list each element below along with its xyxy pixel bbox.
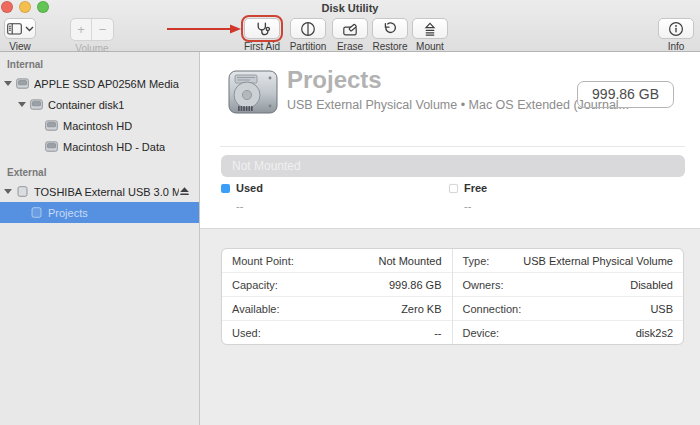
- detail-label: Connection:: [463, 303, 522, 315]
- toolbar: View + − Volume: [0, 16, 700, 51]
- detail-row-owners: Owners: Disabled: [453, 273, 684, 297]
- partition-label: Partition: [290, 41, 327, 52]
- internal-disk-icon: [16, 78, 29, 89]
- detail-label: Device:: [463, 327, 500, 339]
- internal-disk-icon: [45, 120, 58, 131]
- details-right-column: Type: USB External Physical Volume Owner…: [453, 249, 684, 344]
- detail-row-available: Available: Zero KB: [222, 297, 452, 321]
- legend-free: Free --: [449, 182, 677, 212]
- eject-icon[interactable]: [179, 186, 190, 197]
- free-swatch-icon: [449, 184, 458, 193]
- details-card: Mount Point: Not Mounted Capacity: 999.8…: [221, 248, 684, 345]
- stethoscope-icon: [254, 21, 270, 37]
- free-label: Free: [464, 182, 487, 194]
- detail-value: USB External Physical Volume: [523, 255, 673, 267]
- first-aid-label: First Aid: [244, 41, 280, 52]
- detail-label: Capacity:: [232, 279, 278, 291]
- details-left-column: Mount Point: Not Mounted Capacity: 999.8…: [222, 249, 453, 344]
- free-value: --: [464, 200, 677, 212]
- sidebar-section-internal: Internal: [0, 57, 199, 73]
- chevron-down-icon: [25, 26, 34, 32]
- partition-pie-icon: [300, 21, 316, 37]
- restore-arrow-icon: [382, 21, 398, 37]
- volume-overview-panel: Projects USB External Physical Volume • …: [200, 52, 700, 229]
- sidebar-item-container-disk1[interactable]: Container disk1: [0, 94, 199, 115]
- restore-button[interactable]: Restore: [370, 18, 410, 52]
- erase-pencil-icon: [342, 21, 358, 37]
- view-button[interactable]: View: [4, 18, 36, 52]
- detail-row-connection: Connection: USB: [453, 297, 684, 321]
- detail-row-type: Type: USB External Physical Volume: [453, 249, 684, 273]
- titlebar: Disk Utility: [0, 0, 700, 16]
- sidebar-item-apple-ssd[interactable]: APPLE SSD AP0256M Media: [0, 73, 199, 94]
- sidebar-item-macintosh-hd[interactable]: Macintosh HD: [0, 115, 199, 136]
- traffic-lights: [1, 1, 49, 13]
- mount-button[interactable]: Mount: [412, 18, 448, 52]
- capacity-bar-not-mounted: Not Mounted: [221, 155, 685, 177]
- close-button[interactable]: [1, 1, 13, 13]
- used-label: Used: [236, 182, 263, 194]
- zoom-button[interactable]: [37, 1, 49, 13]
- sidebar-item-label: APPLE SSD AP0256M Media: [34, 78, 179, 90]
- disclosure-triangle-icon[interactable]: [18, 102, 26, 107]
- detail-value: Not Mounted: [379, 255, 442, 267]
- sidebar-item-label: Macintosh HD: [63, 120, 132, 132]
- detail-row-device: Device: disk2s2: [453, 321, 684, 344]
- main-content: Projects USB External Physical Volume • …: [200, 52, 700, 425]
- hard-drive-icon: [226, 65, 280, 119]
- detail-value: USB: [650, 303, 673, 315]
- sidebar-item-label: TOSHIBA External USB 3.0 M...: [34, 186, 179, 198]
- restore-label: Restore: [372, 41, 407, 52]
- detail-label: Type:: [463, 255, 490, 267]
- detail-label: Owners:: [463, 279, 504, 291]
- detail-value: disk2s2: [636, 327, 673, 339]
- window-chrome: Disk Utility View: [0, 0, 700, 52]
- mount-eject-icon: [422, 21, 438, 37]
- detail-row-used: Used: --: [222, 321, 452, 344]
- detail-label: Available:: [232, 303, 280, 315]
- volume-label: Volume: [75, 43, 108, 54]
- sidebar: Internal APPLE SSD AP0256M Media Contain…: [0, 52, 200, 425]
- internal-disk-icon: [45, 141, 58, 152]
- add-volume-button[interactable]: +: [71, 19, 92, 40]
- sidebar-item-label: Macintosh HD - Data: [63, 141, 165, 153]
- remove-volume-button[interactable]: −: [92, 19, 113, 40]
- erase-label: Erase: [337, 41, 363, 52]
- used-swatch-icon: [221, 184, 230, 193]
- sidebar-item-label: Container disk1: [48, 99, 124, 111]
- annotation-arrow: [166, 23, 242, 35]
- disclosure-triangle-icon[interactable]: [4, 189, 12, 194]
- info-button[interactable]: Info: [658, 18, 694, 52]
- detail-value: 999.86 GB: [389, 279, 442, 291]
- info-label: Info: [668, 41, 685, 52]
- detail-label: Used:: [232, 327, 261, 339]
- disk-utility-window: Disk Utility View: [0, 0, 700, 425]
- sidebar-item-toshiba-external[interactable]: TOSHIBA External USB 3.0 M...: [0, 181, 199, 202]
- internal-disk-icon: [30, 99, 43, 110]
- sidebar-item-projects[interactable]: Projects: [0, 202, 199, 223]
- detail-label: Mount Point:: [232, 255, 294, 267]
- window-title: Disk Utility: [0, 0, 700, 16]
- erase-button[interactable]: Erase: [332, 18, 368, 52]
- sidebar-panel-icon: [7, 23, 22, 35]
- used-value: --: [236, 200, 449, 212]
- toolbar-center-group: First Aid Partition: [240, 18, 448, 52]
- mount-label: Mount: [416, 41, 444, 52]
- first-aid-button[interactable]: First Aid: [240, 18, 284, 52]
- view-label: View: [9, 41, 31, 52]
- detail-value: --: [434, 327, 441, 339]
- divider: [220, 146, 685, 147]
- minimize-button[interactable]: [19, 1, 31, 13]
- sidebar-item-macintosh-hd-data[interactable]: Macintosh HD - Data: [0, 136, 199, 157]
- volume-control: + − Volume: [70, 18, 114, 54]
- partition-button[interactable]: Partition: [286, 18, 330, 52]
- external-disk-icon: [16, 186, 29, 197]
- detail-value: Zero KB: [401, 303, 441, 315]
- capacity-legend: Used -- Free --: [221, 182, 677, 212]
- detail-row-mount-point: Mount Point: Not Mounted: [222, 249, 452, 273]
- legend-used: Used --: [221, 182, 449, 212]
- detail-value: Disabled: [630, 279, 673, 291]
- external-disk-icon-ghost: [30, 207, 43, 218]
- info-icon: [668, 21, 684, 37]
- disclosure-triangle-icon[interactable]: [4, 81, 12, 86]
